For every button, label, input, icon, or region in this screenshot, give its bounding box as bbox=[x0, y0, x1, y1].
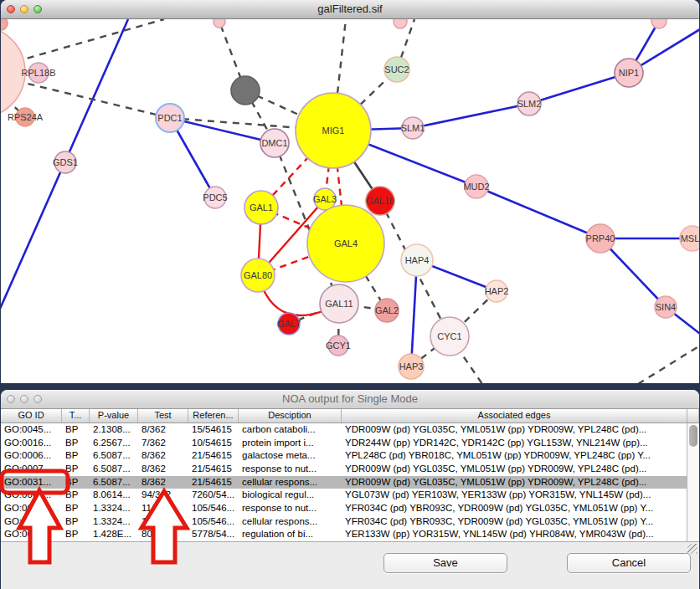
table-cell: 6.2567... bbox=[90, 437, 138, 450]
table-cell: 15/54615 bbox=[188, 423, 239, 437]
table-row[interactable]: GO:0007...BP6.5087...8/36221/54615respon… bbox=[1, 463, 699, 476]
table-cell: biological regul... bbox=[239, 489, 342, 502]
table-cell: 21/54615 bbox=[188, 476, 239, 489]
table-cell: BP bbox=[62, 502, 90, 515]
zoom-button[interactable] bbox=[33, 5, 42, 13]
network-node-tc[interactable] bbox=[394, 19, 407, 28]
noa-output-window: NOA output for Single Mode GO IDT...P-va… bbox=[1, 390, 699, 589]
column-header-p-value[interactable]: P-value bbox=[90, 409, 138, 423]
node-label: GDS1 bbox=[53, 157, 78, 167]
table-rows: GO:0045...BP2.1308...8/36215/54615carbon… bbox=[1, 423, 699, 541]
table-cell: 8/362 bbox=[138, 449, 188, 463]
column-header-t---[interactable]: T... bbox=[62, 409, 90, 423]
column-header-test[interactable]: Test bbox=[138, 409, 188, 423]
table-cell: GO:0007... bbox=[1, 463, 62, 476]
table-cell: 1.3324... bbox=[90, 502, 138, 515]
table-cell: 7/362 bbox=[138, 437, 188, 450]
table-row[interactable]: GO:0031...BP1.3324...11/362105/546...res… bbox=[1, 502, 699, 515]
network-edge[interactable] bbox=[529, 73, 629, 104]
scrollbar-thumb[interactable] bbox=[689, 425, 697, 447]
table-cell: YFR034C (pd) YBR093C, YDR009W (pd) YGL03… bbox=[342, 515, 687, 529]
table-cell: 80/362 bbox=[138, 528, 188, 541]
table-row[interactable]: GO:0006...BP6.5087...8/36221/54615galact… bbox=[1, 449, 699, 463]
table-cell: 5778/54... bbox=[188, 528, 239, 541]
table-cell: 6.5087... bbox=[90, 449, 138, 463]
node-label: GAL4 bbox=[334, 238, 358, 248]
cancel-button[interactable]: Cancel bbox=[567, 553, 691, 573]
close-button[interactable] bbox=[7, 395, 15, 403]
node-label: GAL1 bbox=[250, 202, 273, 213]
network-node-darknode[interactable] bbox=[231, 76, 260, 105]
network-edge[interactable] bbox=[476, 187, 600, 238]
table-cell: BP bbox=[62, 423, 90, 437]
table-cell: 8/362 bbox=[138, 476, 188, 489]
resize-grip-icon[interactable] bbox=[687, 544, 697, 554]
table-row[interactable]: GO:0031...BP1.3324...11/362105/546...cel… bbox=[1, 515, 699, 529]
minimize-button[interactable] bbox=[20, 5, 28, 13]
table-cell: YFR034C (pd) YBR093C, YDR009W (pd) YGL03… bbox=[342, 502, 687, 515]
table-cell: cellular respons... bbox=[239, 515, 342, 529]
table-row[interactable]: GO:0016...BP6.2567...7/36210/54615protei… bbox=[1, 437, 699, 450]
node-label: RPS24A bbox=[8, 112, 44, 122]
node-label: RPL18B bbox=[22, 68, 56, 78]
network-node-tl[interactable] bbox=[1, 19, 8, 30]
network-node-tc2[interactable] bbox=[214, 19, 225, 28]
table-cell: 7260/54... bbox=[188, 489, 239, 502]
column-header-associated-edges[interactable]: Associated edges bbox=[342, 409, 687, 423]
network-canvas[interactable]: RPL18BRPS24AGDS1PDC1DMC1MIG1SUC2SLM1SLM2… bbox=[1, 19, 699, 383]
node-label: SIN4 bbox=[656, 302, 676, 312]
button-panel: Save Cancel bbox=[1, 541, 699, 589]
save-button[interactable]: Save bbox=[383, 553, 507, 573]
noa-window-title: NOA output for Single Mode bbox=[282, 392, 418, 405]
table-row[interactable]: GO:0031...BP6.5087...8/36221/54615cellul… bbox=[1, 476, 699, 489]
network-window-titlebar[interactable]: galFiltered.sif bbox=[1, 0, 699, 19]
network-edge[interactable] bbox=[638, 346, 699, 383]
vertical-scrollbar[interactable] bbox=[687, 423, 699, 541]
zoom-button[interactable] bbox=[33, 395, 42, 403]
table-row[interactable]: GO:0065...BP8.0614...94/3627260/54...bio… bbox=[1, 489, 699, 502]
table-cell: BP bbox=[62, 489, 90, 502]
close-button[interactable] bbox=[7, 5, 15, 13]
column-header-go-id[interactable]: GO ID bbox=[1, 409, 62, 423]
node-label: PDC5 bbox=[203, 192, 227, 202]
table-cell: GO:0031... bbox=[1, 502, 62, 515]
screenshot-root: { "network_window": { "title": "galFilte… bbox=[0, 0, 700, 589]
table-cell: 105/546... bbox=[188, 502, 239, 515]
node-label: SLM1 bbox=[401, 123, 425, 133]
table-cell: BP bbox=[62, 528, 90, 541]
node-label: GAL10 bbox=[366, 196, 394, 206]
table-cell: YDR009W (pd) YGL035C, YML051W (pp) YDR00… bbox=[342, 423, 687, 437]
noa-window-titlebar[interactable]: NOA output for Single Mode bbox=[1, 390, 699, 409]
table-cell: protein import i... bbox=[239, 437, 342, 450]
table-cell: carbon cataboli... bbox=[239, 423, 342, 437]
table-cell: YER133W (pp) YOR315W, YNL145W (pd) YHR08… bbox=[342, 528, 687, 541]
minimize-button[interactable] bbox=[20, 395, 28, 403]
table-cell: BP bbox=[62, 515, 90, 529]
results-table: GO:0045...BP2.1308...8/36215/54615carbon… bbox=[1, 423, 699, 541]
column-header-referen---[interactable]: Referen... bbox=[188, 409, 239, 423]
table-cell: GO:0050... bbox=[1, 528, 62, 541]
network-edge[interactable] bbox=[1, 19, 164, 72]
table-cell: YGL073W (pd) YER103W, YER133W (pp) YOR31… bbox=[342, 489, 687, 502]
table-cell: regulation of bi... bbox=[239, 528, 342, 541]
node-label: SLM2 bbox=[517, 99, 542, 109]
node-label: GCY1 bbox=[326, 341, 351, 351]
node-label: GAL7 bbox=[277, 319, 301, 329]
network-edge[interactable] bbox=[413, 104, 529, 128]
node-label: PDC1 bbox=[157, 113, 182, 123]
network-node-tr[interactable] bbox=[651, 19, 667, 28]
table-cell: 6.5087... bbox=[90, 463, 138, 476]
table-cell: YDR009W (pd) YGL035C, YML051W (pp) YDR00… bbox=[342, 476, 687, 489]
table-cell: YDR244W (pp) YDR142C, YDR142C (pp) YGL15… bbox=[342, 437, 687, 450]
table-cell: 10/54615 bbox=[188, 437, 239, 450]
table-cell: 2.1308... bbox=[90, 423, 138, 437]
node-label: CYC1 bbox=[437, 331, 461, 341]
node-label: HAP3 bbox=[399, 361, 424, 371]
node-label: GAL11 bbox=[325, 299, 353, 309]
node-label: GAL80 bbox=[244, 270, 272, 280]
table-row[interactable]: GO:0050...BP1.428E...80/3625778/54...reg… bbox=[1, 528, 699, 541]
table-cell: BP bbox=[62, 463, 90, 476]
table-row[interactable]: GO:0045...BP2.1308...8/36215/54615carbon… bbox=[1, 423, 699, 437]
column-header-desciption[interactable]: Desciption bbox=[239, 409, 342, 423]
table-cell: cellular respons... bbox=[239, 476, 342, 489]
